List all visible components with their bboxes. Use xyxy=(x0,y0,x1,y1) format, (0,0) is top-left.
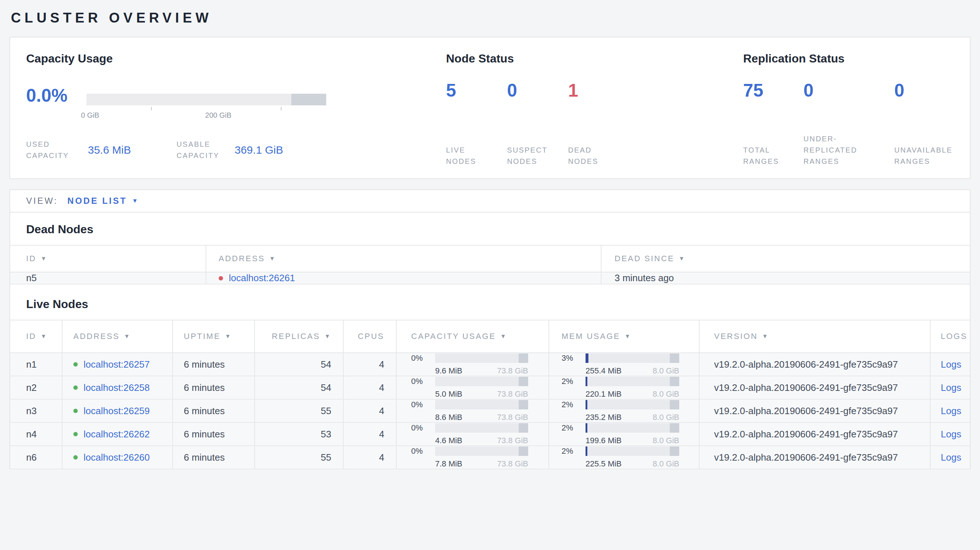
capacity-bar xyxy=(435,400,528,409)
used-capacity-stat: USED CAPACITY 35.6 MiB xyxy=(26,139,177,161)
sort-caret-icon: ▼ xyxy=(269,255,276,262)
column-header-cpus[interactable]: CPUS xyxy=(344,320,397,352)
node-address-link[interactable]: localhost:26259 xyxy=(84,405,150,416)
sort-caret-icon: ▼ xyxy=(124,333,131,340)
sort-caret-icon: ▼ xyxy=(225,333,232,340)
node-address-cell: localhost:26262 xyxy=(62,423,173,445)
logs-cell: Logs xyxy=(931,353,970,376)
node-cpus: 4 xyxy=(344,376,397,399)
capacity-bar-reserved-segment xyxy=(519,400,528,409)
table-row: n5 localhost:26261 3 minutes ago xyxy=(10,272,970,285)
view-bar: VIEW: NODE LIST ▼ xyxy=(10,190,970,213)
node-replicas: 54 xyxy=(255,376,344,399)
capacity-bar xyxy=(86,94,326,105)
capacity-percent: 0% xyxy=(411,400,435,409)
mem-total-value: 8.0 GiB xyxy=(653,459,679,469)
logs-link[interactable]: Logs xyxy=(941,405,961,416)
sort-caret-icon: ▼ xyxy=(679,255,686,262)
capacity-bar xyxy=(435,353,528,363)
capacity-usage-chart: 0 GiB 200 GiB xyxy=(86,84,326,120)
cluster-overview-page: CLUSTER OVERVIEW Capacity Usage 0.0% xyxy=(0,0,980,550)
mem-total-value: 8.0 GiB xyxy=(653,366,679,376)
live-nodes-table-header: ID▼ ADDRESS▼ UPTIME▼ REPLICAS▼ CPUS CAPA… xyxy=(10,320,970,353)
column-header-capacity-usage[interactable]: CAPACITY USAGE▼ xyxy=(397,320,549,352)
column-header-mem-usage[interactable]: MEM USAGE▼ xyxy=(549,320,700,352)
replication-status-section: Replication Status 75 TOTAL RANGES 0 UND… xyxy=(743,37,970,178)
column-header-uptime[interactable]: UPTIME▼ xyxy=(173,320,255,352)
dead-nodes-stat: 1 DEAD NODES xyxy=(568,81,629,167)
logs-cell: Logs xyxy=(931,376,970,399)
capacity-bar-reserved-segment xyxy=(519,447,528,456)
column-header-address[interactable]: ADDRESS▼ xyxy=(62,320,173,352)
node-uptime: 6 minutes xyxy=(173,446,255,469)
column-header-id[interactable]: ID ▼ xyxy=(10,246,206,272)
mem-usage-cell: 3% 255.4 MiB 8.0 GiB xyxy=(549,353,700,376)
mem-bar xyxy=(585,377,679,386)
node-id: n2 xyxy=(10,376,62,399)
node-address-link[interactable]: localhost:26260 xyxy=(84,452,150,463)
capacity-bar xyxy=(435,423,528,433)
capacity-usage-cell: 0% 5.0 MiB 73.8 GiB xyxy=(397,376,549,399)
live-nodes-stat: 5 LIVE NODES xyxy=(446,81,507,167)
table-row: n1 localhost:26257 6 minutes 54 4 0% xyxy=(10,353,970,376)
mem-usage-cell: 2% 220.1 MiB 8.0 GiB xyxy=(549,376,700,399)
unavailable-ranges-label: UNAVAILABLE RANGES xyxy=(894,133,952,167)
mem-usage-cell: 2% 235.2 MiB 8.0 GiB xyxy=(549,400,700,422)
column-header-id[interactable]: ID▼ xyxy=(10,320,62,352)
logs-link[interactable]: Logs xyxy=(941,429,961,440)
logs-cell: Logs xyxy=(931,423,970,445)
node-version: v19.2.0-alpha.20190606-2491-gfe735c9a97 xyxy=(700,353,931,376)
total-ranges-count: 75 xyxy=(743,81,803,100)
node-address-cell: localhost:26257 xyxy=(62,353,173,376)
used-capacity-label: USED CAPACITY xyxy=(26,139,88,161)
node-address-link[interactable]: localhost:26261 xyxy=(229,272,295,284)
used-capacity-value: 35.6 MiB xyxy=(88,144,131,156)
dead-status-icon xyxy=(219,276,223,280)
node-replicas: 54 xyxy=(255,353,344,376)
axis-label-mid: 200 GiB xyxy=(205,111,231,119)
node-id: n4 xyxy=(10,423,62,445)
unavailable-ranges-stat: 0 UNAVAILABLE RANGES xyxy=(894,81,952,167)
node-replicas: 55 xyxy=(255,400,344,422)
dead-since-value: 3 minutes ago xyxy=(601,272,970,284)
capacity-total-value: 73.8 GiB xyxy=(497,366,528,376)
logs-link[interactable]: Logs xyxy=(941,382,961,393)
capacity-percent: 0% xyxy=(411,377,435,386)
node-list-card: VIEW: NODE LIST ▼ Dead Nodes ID ▼ ADDRES… xyxy=(10,189,970,469)
live-status-icon xyxy=(73,362,78,367)
node-list-dropdown[interactable]: NODE LIST ▼ xyxy=(68,196,138,206)
capacity-used-value: 8.6 MiB xyxy=(435,413,462,422)
mem-used-value: 255.4 MiB xyxy=(585,366,622,376)
node-address-link[interactable]: localhost:26257 xyxy=(84,359,150,370)
table-row: n6 localhost:26260 6 minutes 55 4 0% xyxy=(10,446,970,469)
logs-link[interactable]: Logs xyxy=(941,359,961,370)
dead-nodes-table-header: ID ▼ ADDRESS ▼ DEAD SINCE ▼ xyxy=(10,245,970,272)
column-header-version[interactable]: VERSION▼ xyxy=(700,320,931,352)
unavailable-ranges-count: 0 xyxy=(894,81,952,100)
capacity-bar-reserved-segment xyxy=(291,94,326,105)
column-header-replicas[interactable]: REPLICAS▼ xyxy=(255,320,344,352)
node-address-link[interactable]: localhost:26262 xyxy=(84,429,150,440)
suspect-nodes-count: 0 xyxy=(507,81,568,100)
axis-label-start: 0 GiB xyxy=(81,111,99,119)
logs-link[interactable]: Logs xyxy=(941,452,961,463)
live-status-icon xyxy=(73,409,78,413)
total-ranges-stat: 75 TOTAL RANGES xyxy=(743,81,803,167)
capacity-total-value: 73.8 GiB xyxy=(497,436,528,445)
capacity-bar-reserved-segment xyxy=(519,377,528,386)
table-row: n2 localhost:26258 6 minutes 54 4 0% xyxy=(10,376,970,400)
node-address-cell: localhost:26261 xyxy=(206,272,601,284)
total-ranges-label: TOTAL RANGES xyxy=(743,133,803,167)
node-version: v19.2.0-alpha.20190606-2491-gfe735c9a97 xyxy=(700,376,931,399)
page-title: CLUSTER OVERVIEW xyxy=(10,7,970,37)
sort-caret-icon: ▼ xyxy=(325,333,331,340)
column-header-dead-since[interactable]: DEAD SINCE ▼ xyxy=(601,246,970,272)
node-id: n6 xyxy=(10,446,62,469)
mem-bar-reserved-segment xyxy=(670,400,679,409)
chevron-down-icon: ▼ xyxy=(132,198,138,204)
axis-tick xyxy=(281,107,282,110)
live-status-icon xyxy=(73,432,78,436)
dead-nodes-count: 1 xyxy=(568,81,629,100)
node-address-link[interactable]: localhost:26258 xyxy=(84,382,150,393)
column-header-address[interactable]: ADDRESS ▼ xyxy=(206,246,601,272)
